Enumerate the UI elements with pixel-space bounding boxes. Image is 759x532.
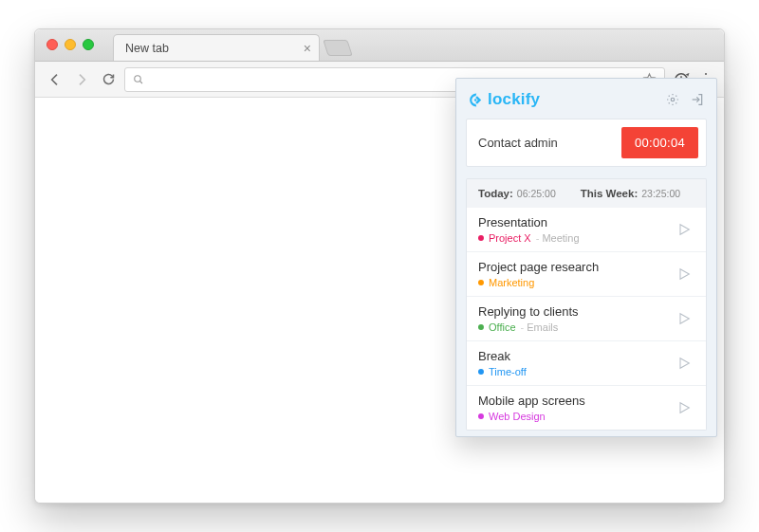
svg-point-2 [474,99,476,101]
tab-title: New tab [125,42,169,55]
week-value: 23:25:00 [641,188,680,199]
popup-header: lockify [466,88,707,119]
search-icon [133,74,144,85]
minimize-window-button[interactable] [65,39,76,50]
clockify-logo: lockify [468,90,540,109]
clockify-logo-icon [468,92,484,108]
close-window-button[interactable] [46,39,58,50]
entry-meta: Time-off [478,366,527,377]
entry-project: Web Design [489,411,546,422]
time-summary: Today:06:25:00 This Week:23:25:00 [466,178,707,208]
back-button[interactable] [45,72,65,87]
reload-button[interactable] [98,72,119,86]
week-label: This Week: [581,188,639,199]
titlebar: New tab × [35,29,724,62]
entry-title: Mobile app screens [478,394,585,408]
settings-icon[interactable] [665,92,680,107]
play-icon[interactable] [672,308,696,329]
browser-tab[interactable]: New tab × [113,34,320,61]
project-color-dot [478,369,484,375]
project-color-dot [478,324,484,330]
entry-tag: Emails [521,321,559,333]
play-icon[interactable] [672,264,696,284]
project-color-dot [478,235,484,241]
clockify-brand-text: lockify [488,90,540,109]
entry-meta: Project XMeeting [478,232,580,244]
svg-point-3 [671,98,674,101]
window-controls [46,39,94,50]
entry-meta: OfficeEmails [478,321,579,333]
project-color-dot [478,280,484,285]
entry-meta: Marketing [478,277,599,288]
new-tab-button[interactable] [323,40,353,56]
play-icon[interactable] [672,353,696,374]
entry-meta: Web Design [478,411,585,422]
entry-title: Project page research [478,260,599,274]
entry-title: Break [478,349,527,363]
project-color-dot [478,413,484,419]
time-entry[interactable]: Mobile app screensWeb Design [467,385,706,430]
week-summary: This Week:23:25:00 [581,188,680,199]
time-entry[interactable]: Replying to clientsOfficeEmails [467,296,706,340]
today-summary: Today:06:25:00 [478,188,556,199]
entry-project: Marketing [489,277,534,288]
time-entry[interactable]: Project page researchMarketing [467,251,706,296]
time-entry[interactable]: PresentationProject XMeeting [467,208,706,251]
entry-project: Office [489,321,516,333]
today-value: 06:25:00 [517,188,556,199]
close-tab-icon[interactable]: × [304,42,311,55]
clockify-popup: lockify Contact admin 00:00:04 Today:06:… [455,78,717,437]
maximize-window-button[interactable] [83,39,94,50]
entry-tag: Meeting [536,232,580,244]
timer-button[interactable]: 00:00:04 [621,127,698,158]
play-icon[interactable] [672,219,696,240]
entry-title: Presentation [478,215,580,229]
current-task-label[interactable]: Contact admin [478,136,558,150]
current-entry: Contact admin 00:00:04 [466,119,707,167]
logout-icon[interactable] [690,92,705,107]
svg-point-0 [135,75,141,82]
entry-title: Replying to clients [478,304,579,319]
today-label: Today: [478,188,513,199]
entry-project: Time-off [489,366,527,377]
entries-list: PresentationProject XMeetingProject page… [466,208,707,431]
time-entry[interactable]: BreakTime-off [467,340,706,385]
entry-project: Project X [489,232,531,244]
play-icon[interactable] [672,397,696,418]
forward-button[interactable] [71,72,92,87]
